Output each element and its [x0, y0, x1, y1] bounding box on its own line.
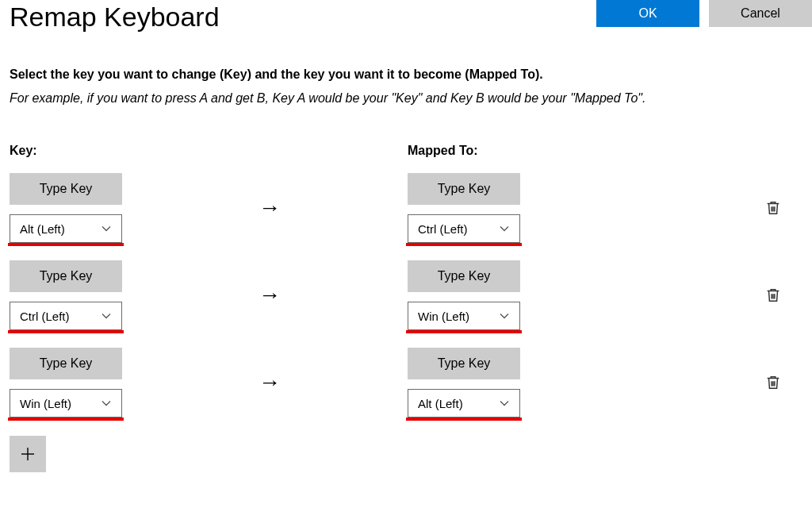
chevron-down-icon	[499, 223, 510, 234]
chevron-down-icon	[101, 310, 112, 321]
mapping-row: Type Key Ctrl (Left) → Type Key Win (Lef…	[10, 252, 812, 339]
key-select[interactable]: Win (Left)	[10, 389, 122, 418]
key-cell: Type Key Alt (Left)	[10, 173, 239, 243]
key-cell: Type Key Win (Left)	[10, 348, 239, 418]
key-select[interactable]: Ctrl (Left)	[10, 302, 122, 330]
type-key-button[interactable]: Type Key	[10, 260, 122, 292]
mapping-rows: Type Key Alt (Left) → Type Key Ctrl (Lef…	[10, 164, 812, 426]
type-key-button[interactable]: Type Key	[408, 173, 520, 205]
header-buttons: OK Cancel	[596, 0, 812, 27]
key-column-header: Key:	[10, 144, 408, 158]
delete-row-button[interactable]	[764, 374, 782, 391]
page-title: Remap Keyboard	[10, 2, 220, 33]
instruction-example: For example, if you want to press A and …	[10, 91, 812, 106]
type-key-button[interactable]: Type Key	[408, 348, 520, 379]
columns-header: Key: Mapped To:	[10, 144, 812, 158]
chevron-down-icon	[499, 310, 510, 321]
key-select-value: Alt (Left)	[20, 222, 65, 236]
arrow-icon: →	[239, 195, 408, 221]
mapped-select[interactable]: Alt (Left)	[408, 389, 520, 418]
mapped-cell: Type Key Alt (Left)	[408, 348, 638, 418]
instruction-primary: Select the key you want to change (Key) …	[10, 67, 812, 82]
chevron-down-icon	[101, 223, 112, 234]
chevron-down-icon	[499, 398, 510, 409]
mapped-select-value: Ctrl (Left)	[418, 222, 468, 236]
mapped-cell: Type Key Win (Left)	[408, 260, 638, 330]
type-key-button[interactable]: Type Key	[408, 260, 520, 292]
delete-row-button[interactable]	[764, 199, 782, 217]
key-cell: Type Key Ctrl (Left)	[10, 260, 239, 330]
arrow-icon: →	[239, 370, 408, 395]
mapped-select-value: Alt (Left)	[418, 397, 463, 410]
arrow-icon: →	[239, 283, 408, 308]
mapped-column-header: Mapped To:	[408, 144, 478, 158]
mapping-row: Type Key Alt (Left) → Type Key Ctrl (Lef…	[10, 164, 812, 252]
mapped-select[interactable]: Ctrl (Left)	[408, 214, 520, 243]
delete-row-button[interactable]	[764, 287, 782, 304]
type-key-button[interactable]: Type Key	[10, 173, 122, 205]
instructions: Select the key you want to change (Key) …	[10, 67, 812, 106]
mapped-select[interactable]: Win (Left)	[408, 302, 520, 330]
key-select[interactable]: Alt (Left)	[10, 214, 122, 243]
chevron-down-icon	[101, 398, 112, 409]
type-key-button[interactable]: Type Key	[10, 348, 122, 379]
mapping-row: Type Key Win (Left) → Type Key Alt (Left…	[10, 339, 812, 426]
mapped-select-value: Win (Left)	[418, 310, 469, 323]
key-select-value: Ctrl (Left)	[20, 310, 70, 323]
cancel-button[interactable]: Cancel	[709, 0, 812, 27]
add-row-button[interactable]	[10, 436, 46, 472]
key-select-value: Win (Left)	[20, 397, 71, 410]
ok-button[interactable]: OK	[596, 0, 699, 27]
mapped-cell: Type Key Ctrl (Left)	[408, 173, 638, 243]
